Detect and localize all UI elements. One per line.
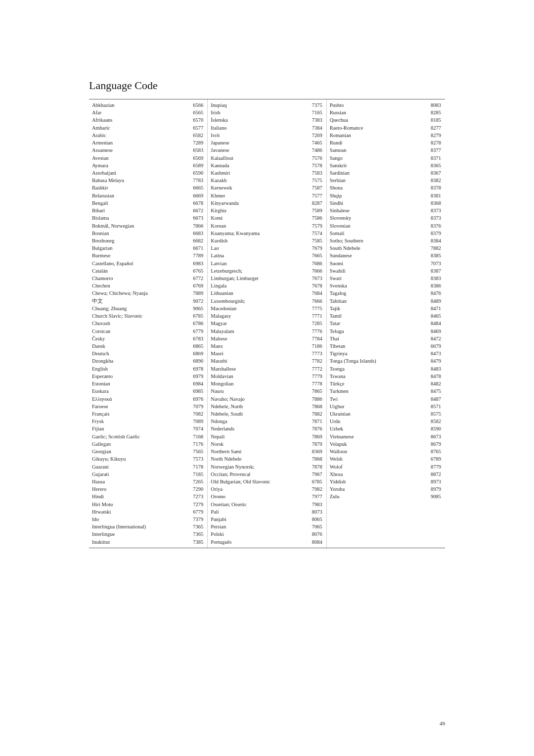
list-item: Persian7065 <box>211 523 322 530</box>
list-item: Zulu9085 <box>330 493 441 500</box>
language-name: Gujarati <box>92 471 185 478</box>
language-code: 8479 <box>425 357 441 365</box>
list-item: Marshallese7772 <box>211 365 322 373</box>
language-code: 7666 <box>307 297 322 305</box>
list-item: Malagasy7771 <box>211 312 322 320</box>
language-code: 8382 <box>425 177 441 184</box>
language-name: Pali <box>211 508 304 516</box>
language-name: Tatar <box>330 320 423 327</box>
list-item: Arabic6582 <box>92 132 203 139</box>
language-name: Norwegian Nynorsk; <box>211 463 304 471</box>
language-name: Turkmen <box>330 387 423 395</box>
language-code: 8185 <box>425 116 441 124</box>
language-code: 8376 <box>425 222 441 230</box>
language-name: Italiano <box>211 124 304 132</box>
language-name: Quechua <box>330 116 423 124</box>
language-code: 7279 <box>187 501 203 508</box>
list-item: Kuanyama; Kwanyama7574 <box>211 230 322 237</box>
language-name: Marshallese <box>211 365 304 373</box>
list-item: Latvian7686 <box>211 260 322 267</box>
language-name: Japanese <box>211 139 304 146</box>
language-code: 8385 <box>425 252 441 259</box>
language-code: 7178 <box>187 463 203 471</box>
language-name: Tagalog <box>330 289 423 297</box>
language-code: 8673 <box>425 433 441 440</box>
language-name: Somali <box>330 230 423 237</box>
language-name: Hausa <box>92 478 185 485</box>
language-name: Avestan <box>92 154 185 162</box>
language-code: 7665 <box>307 252 322 259</box>
language-code: 7686 <box>307 260 322 267</box>
language-code: 7782 <box>307 357 322 365</box>
language-name: Thai <box>330 335 423 342</box>
language-name: Tamil <box>330 312 423 320</box>
language-code: 8373 <box>425 214 441 222</box>
list-item: Twi8487 <box>330 395 441 403</box>
list-item: Svenska8386 <box>330 282 441 289</box>
language-name: Kazakh <box>211 177 304 184</box>
language-code: 8076 <box>307 530 322 538</box>
language-name: Sundanese <box>330 252 423 259</box>
language-name: Walloon <box>330 448 423 455</box>
language-code: 6769 <box>187 282 203 289</box>
language-code: 8465 <box>425 312 441 320</box>
list-item: Herero7290 <box>92 485 203 493</box>
language-code: 6672 <box>187 207 203 214</box>
list-item: Hindi7273 <box>92 493 203 500</box>
list-item: Bashkir6665 <box>92 184 203 191</box>
language-code: 6890 <box>187 357 203 365</box>
language-code: 7587 <box>307 184 322 191</box>
list-item: Chuang; Zhuang9065 <box>92 305 203 312</box>
list-item: Deutsch6869 <box>92 350 203 357</box>
column-1: Abkhazian6566Afar6565Afrikaans6570Amhari… <box>89 99 208 548</box>
list-item: Aymara6589 <box>92 162 203 169</box>
language-name: Slovensky <box>330 214 423 222</box>
language-name: Aymara <box>92 162 185 169</box>
language-name: Česky <box>92 335 185 342</box>
list-item: Tigrinya8473 <box>330 350 441 357</box>
language-name: Bashkir <box>92 184 185 191</box>
language-name: Magyar <box>211 320 304 327</box>
language-code: 9065 <box>187 305 203 312</box>
list-item: Moldavian7779 <box>211 373 322 380</box>
language-name: Sardinian <box>330 169 423 177</box>
language-name: Moldavian <box>211 373 304 380</box>
list-item: Georgian7565 <box>92 448 203 455</box>
language-code: 6984 <box>187 380 203 387</box>
list-item: Ελληνικά6976 <box>92 395 203 403</box>
language-code: 7185 <box>187 471 203 478</box>
list-item: Interlingue7365 <box>92 530 203 538</box>
language-code: 7384 <box>307 124 322 132</box>
language-code: 8590 <box>425 425 441 432</box>
list-item: Chechen6769 <box>92 282 203 289</box>
language-name: Polski <box>211 530 304 538</box>
list-item: Occitan; Provencal7967 <box>211 471 322 478</box>
list-item: Abkhazian6566 <box>92 101 203 109</box>
language-code: 7065 <box>307 523 322 530</box>
language-name: Russian <box>330 109 423 116</box>
list-item: Brezhoneg6682 <box>92 237 203 244</box>
language-code: 7784 <box>307 335 322 342</box>
language-name: Macedonian <box>211 305 304 312</box>
list-item: Uzbek8590 <box>330 425 441 432</box>
language-code: 7967 <box>307 471 322 478</box>
language-name: Tsonga <box>330 365 423 373</box>
language-name: Luxembourgish; <box>211 297 304 305</box>
list-item: Ndonga7871 <box>211 418 322 425</box>
list-item: Catalán6765 <box>92 267 203 275</box>
language-name: Yoruba <box>330 485 423 493</box>
language-name: Malagasy <box>211 312 304 320</box>
language-code: 7778 <box>307 380 322 387</box>
language-code: 7882 <box>307 410 322 418</box>
list-item: Inupiaq7375 <box>211 101 322 109</box>
language-code: 6976 <box>187 395 203 403</box>
language-code: 7579 <box>307 222 322 230</box>
list-item: Afar6565 <box>92 109 203 116</box>
list-item: Bihari6672 <box>92 207 203 214</box>
list-item: Castellano, Español6983 <box>92 260 203 267</box>
language-name: Azerhaijani <box>92 169 185 177</box>
list-item: Lao7679 <box>211 244 322 252</box>
language-name: Hindi <box>92 493 185 500</box>
language-code: 6785 <box>187 312 203 320</box>
list-item: Corsican6779 <box>92 328 203 335</box>
